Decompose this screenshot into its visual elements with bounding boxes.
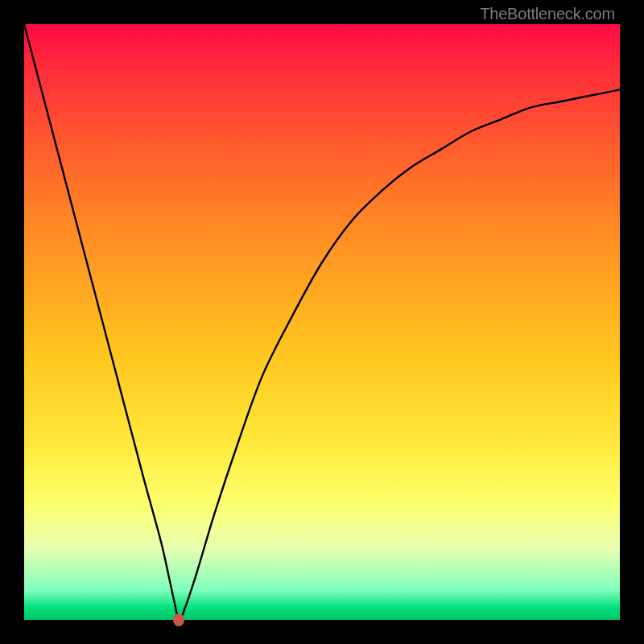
curve-layer [24,24,620,620]
bottleneck-curve-path [24,24,620,620]
chart-frame: TheBottleneck.com [0,0,644,644]
optimal-point-marker [173,613,184,626]
watermark-text: TheBottleneck.com [480,5,615,23]
plot-area [24,24,620,620]
